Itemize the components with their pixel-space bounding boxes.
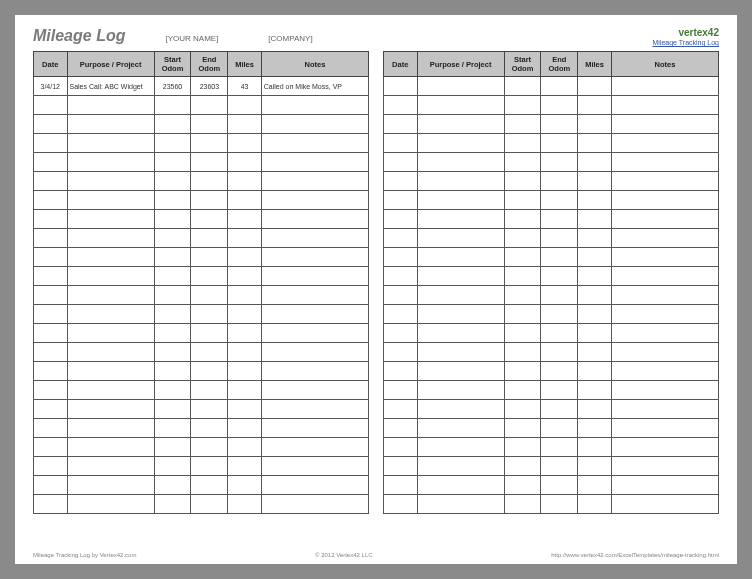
- table-row: [384, 115, 719, 134]
- cell-notes: [611, 96, 718, 115]
- cell-end: [191, 438, 228, 457]
- cell-start: [504, 229, 541, 248]
- cell-start: [504, 343, 541, 362]
- cell-start: [504, 362, 541, 381]
- table-row: [384, 438, 719, 457]
- cell-notes: [611, 286, 718, 305]
- table-row: [384, 362, 719, 381]
- cell-end: [541, 343, 578, 362]
- cell-miles: [228, 476, 262, 495]
- table-row: [34, 286, 369, 305]
- cell-purpose: [67, 248, 154, 267]
- cell-date: [384, 134, 418, 153]
- col-miles: Miles: [228, 52, 262, 77]
- cell-purpose: [417, 324, 504, 343]
- cell-date: [34, 362, 68, 381]
- table-header-row: Date Purpose / Project Start Odom End Od…: [34, 52, 369, 77]
- cell-purpose: [67, 400, 154, 419]
- cell-date: [34, 419, 68, 438]
- cell-start: [504, 381, 541, 400]
- cell-purpose: [417, 229, 504, 248]
- cell-date: [34, 438, 68, 457]
- cell-start: [504, 96, 541, 115]
- cell-notes: [261, 191, 368, 210]
- cell-date: [384, 96, 418, 115]
- col-end: End Odom: [541, 52, 578, 77]
- cell-miles: [578, 210, 612, 229]
- cell-miles: [578, 115, 612, 134]
- cell-purpose: [417, 343, 504, 362]
- cell-notes: [261, 229, 368, 248]
- cell-miles: [228, 115, 262, 134]
- cell-notes: Called on Mike Moss, VP: [261, 77, 368, 96]
- cell-miles: [578, 77, 612, 96]
- cell-end: [541, 115, 578, 134]
- cell-date: [384, 324, 418, 343]
- cell-end: [191, 115, 228, 134]
- cell-miles: [578, 476, 612, 495]
- cell-miles: [228, 172, 262, 191]
- cell-notes: [261, 248, 368, 267]
- cell-date: [384, 438, 418, 457]
- cell-end: [541, 134, 578, 153]
- cell-notes: [261, 419, 368, 438]
- cell-start: [154, 495, 191, 514]
- cell-start: [154, 229, 191, 248]
- cell-end: 23603: [191, 77, 228, 96]
- header-row: Mileage Log [YOUR NAME] [COMPANY]: [33, 27, 719, 45]
- cell-start: [504, 419, 541, 438]
- cell-end: [191, 210, 228, 229]
- cell-notes: [611, 191, 718, 210]
- page-title: Mileage Log: [33, 27, 125, 45]
- table-row: [34, 324, 369, 343]
- col-purpose: Purpose / Project: [67, 52, 154, 77]
- cell-end: [541, 362, 578, 381]
- cell-miles: [578, 324, 612, 343]
- col-end: End Odom: [191, 52, 228, 77]
- cell-purpose: [67, 286, 154, 305]
- table-row: [384, 324, 719, 343]
- cell-purpose: [67, 210, 154, 229]
- cell-start: 23560: [154, 77, 191, 96]
- cell-miles: [578, 134, 612, 153]
- cell-notes: [611, 267, 718, 286]
- cell-purpose: [417, 419, 504, 438]
- cell-date: [384, 248, 418, 267]
- cell-notes: [261, 267, 368, 286]
- cell-purpose: [67, 419, 154, 438]
- document-page: Mileage Log [YOUR NAME] [COMPANY] vertex…: [15, 15, 737, 564]
- cell-date: [34, 305, 68, 324]
- table-row: [34, 343, 369, 362]
- cell-notes: [611, 115, 718, 134]
- table-row: [34, 305, 369, 324]
- cell-purpose: [417, 115, 504, 134]
- table-row: [384, 419, 719, 438]
- table-row: [34, 419, 369, 438]
- cell-purpose: [67, 229, 154, 248]
- cell-miles: [228, 381, 262, 400]
- cell-purpose: [417, 305, 504, 324]
- cell-miles: [228, 229, 262, 248]
- cell-start: [154, 96, 191, 115]
- cell-end: [191, 267, 228, 286]
- cell-notes: [611, 172, 718, 191]
- cell-miles: [578, 267, 612, 286]
- cell-end: [541, 457, 578, 476]
- cell-end: [191, 248, 228, 267]
- cell-miles: [228, 134, 262, 153]
- cell-end: [191, 495, 228, 514]
- brand-link[interactable]: Mileage Tracking Log: [652, 39, 719, 46]
- cell-notes: [611, 476, 718, 495]
- cell-date: [34, 115, 68, 134]
- cell-purpose: [417, 267, 504, 286]
- cell-date: [34, 476, 68, 495]
- cell-date: [384, 419, 418, 438]
- cell-date: [384, 495, 418, 514]
- cell-miles: [228, 419, 262, 438]
- cell-purpose: [67, 495, 154, 514]
- footer-right: http://www.vertex42.com/ExcelTemplates/m…: [551, 552, 719, 558]
- table-row: [384, 96, 719, 115]
- cell-end: [541, 305, 578, 324]
- brand-logo-text: vertex42: [652, 27, 719, 38]
- cell-end: [541, 400, 578, 419]
